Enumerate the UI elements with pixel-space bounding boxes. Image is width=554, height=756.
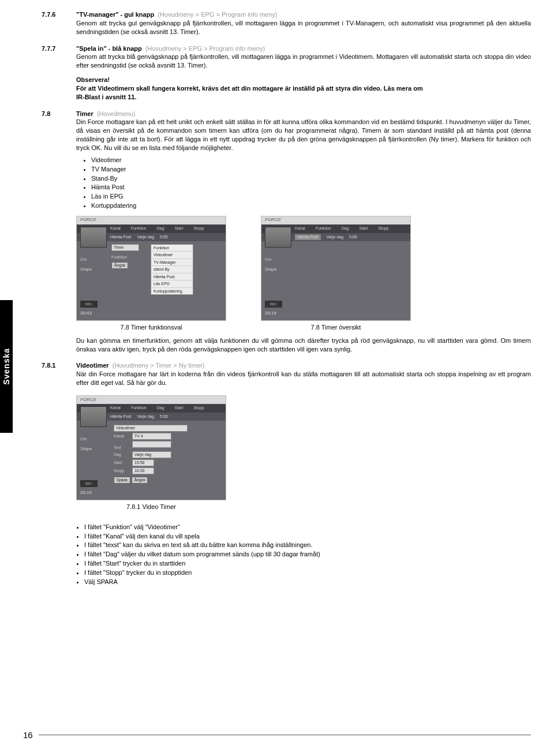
- list-item: Videotimer: [91, 156, 531, 164]
- shot-brand: FORCE: [77, 396, 226, 404]
- clock: 20:19: [265, 310, 276, 317]
- channel-badge: BBC: [80, 301, 98, 308]
- mini-panel: Timer Funktion Ångra: [111, 244, 139, 269]
- shot-left-menu: Om Skapa: [80, 436, 92, 456]
- preview-thumb: [80, 227, 107, 248]
- figure-caption: 7.8.1 Video Timer: [76, 503, 226, 511]
- shot-left-menu: Om Skapa: [80, 257, 92, 277]
- section-body: "Spela in" - blå knapp (Huvudmeny > EPG …: [76, 44, 531, 102]
- section-text: Genom att trycka blå genvägsknapp på fjä…: [76, 53, 531, 69]
- list-item: TV Manager: [91, 165, 531, 174]
- list-item: I fältet "Funktion" välj "Videotimer": [84, 523, 531, 532]
- section-7-8: 7.8 Timer (Hovedmenu) Din Force mottagar…: [42, 110, 531, 354]
- list-item: I fältet "Start" trycker du in starttide…: [84, 559, 531, 568]
- shot-brand: FORCE: [77, 216, 226, 224]
- section-text: När din Force mottagare har lärt in kode…: [76, 370, 531, 386]
- clock: 20:43: [80, 310, 92, 317]
- list-item: Kortuppdatering: [91, 201, 531, 210]
- section-text-2: Du kan gömma en timerfunktion, genom att…: [76, 336, 531, 354]
- preview-thumb: [265, 227, 291, 248]
- channel-badge: BBC: [80, 480, 98, 487]
- section-text: Genom att trycka gul genvägsknapp på fjä…: [76, 20, 531, 35]
- figure-timer-oversikt: FORCE KanalFunktionDagStartStopp Hämta P…: [261, 216, 411, 332]
- dropdown-menu: Funktion Videotimer TV-Manager stand-By …: [151, 244, 193, 295]
- videotimer-steps: I fältet "Funktion" välj "Videotimer" I …: [84, 523, 531, 586]
- figure-caption: 7.8 Timer funktionsval: [76, 323, 226, 332]
- section-7-7-7: 7.7.7 "Spela in" - blå knapp (Huvudmeny …: [42, 44, 531, 102]
- screenshot: FORCE KanalFunktionDagStartStopp Hämta P…: [76, 216, 226, 321]
- screenshot: FORCE KanalFunktionDagStartStopp Hämta P…: [261, 216, 411, 321]
- list-item: Hämta Post: [91, 183, 531, 192]
- list-item: I fältet "Dag" väljer du vilket datum so…: [84, 550, 531, 559]
- section-7-7-6: 7.7.6 "TV-manager" - gul knapp (Huvudmen…: [42, 10, 531, 36]
- footer-rule: [39, 735, 531, 735]
- figure-video-timer: FORCE KanalFunktionDagStartStopp Hämta P…: [76, 395, 226, 511]
- shot-left-menu: Om Skapa: [265, 257, 276, 277]
- section-body: Videotimer (Huvudmeny > Timer > Ny timer…: [76, 361, 531, 592]
- figure-timer-funktionsval: FORCE KanalFunktionDagStartStopp Hämta P…: [76, 216, 226, 332]
- section-number: 7.7.6: [42, 10, 76, 36]
- language-side-tab: Svenska: [0, 300, 13, 433]
- channel-badge: BBC: [265, 301, 282, 308]
- list-item: Välj SPARA: [84, 578, 531, 586]
- section-title: "TV-manager" - gul knapp: [76, 11, 154, 18]
- breadcrumb: (Hovedmenu): [95, 110, 136, 117]
- breadcrumb: (Huvudmeny > Timer > Ny timer): [111, 362, 205, 369]
- screenshot: FORCE KanalFunktionDagStartStopp Hämta P…: [76, 395, 226, 500]
- language-label: Svenska: [1, 348, 12, 385]
- page-number: 16: [23, 729, 33, 741]
- figure-caption: 7.8 Timer översikt: [261, 323, 411, 332]
- list-item: Stand-By: [91, 174, 531, 183]
- section-number: 7.8.1: [42, 361, 76, 592]
- section-number: 7.8: [42, 110, 76, 354]
- section-body: Timer (Hovedmenu) Din Force mottagare ka…: [76, 110, 531, 354]
- section-7-8-1: 7.8.1 Videotimer (Huvudmeny > Timer > Ny…: [42, 361, 531, 592]
- videotimer-panel: Videotimer KanalTV 4 Text DagVarje dag S…: [114, 425, 188, 484]
- page-footer: 16: [23, 729, 531, 741]
- list-item: I fältet "Kanal" välj den kanal du vill …: [84, 532, 531, 541]
- clock: 20:19: [80, 490, 92, 496]
- observe-line2: IR-Blast i avsnitt 11.: [76, 93, 531, 102]
- observe-line1: För att Videotimern skall fungera korrek…: [76, 84, 531, 93]
- section-text: Din Force mottagare kan på ett helt unik…: [76, 118, 531, 151]
- figure-row: FORCE KanalFunktionDagStartStopp Hämta P…: [76, 216, 531, 332]
- shot-brand: FORCE: [261, 216, 410, 224]
- preview-thumb: [80, 406, 107, 427]
- timer-options-list: Videotimer TV Manager Stand-By Hämta Pos…: [91, 156, 531, 210]
- breadcrumb: (Huvudmeny > EPG > Program info meny): [156, 11, 277, 18]
- list-item: I fältet "Stopp" trycker du in stopptide…: [84, 568, 531, 577]
- section-title: "Spela in" - blå knapp: [76, 45, 142, 52]
- page-content: 7.7.6 "TV-manager" - gul knapp (Huvudmen…: [42, 10, 531, 592]
- section-title: Videotimer: [76, 362, 109, 369]
- observe-heading: Observera!: [76, 76, 531, 84]
- breadcrumb: (Huvudmeny > EPG > Program info meny): [144, 45, 265, 52]
- list-item: Läs in EPG: [91, 192, 531, 201]
- section-title: Timer: [76, 110, 93, 117]
- list-item: I fältet "texst" kan du skriva en text s…: [84, 541, 531, 549]
- section-body: "TV-manager" - gul knapp (Huvudmeny > EP…: [76, 10, 531, 36]
- section-number: 7.7.7: [42, 44, 76, 102]
